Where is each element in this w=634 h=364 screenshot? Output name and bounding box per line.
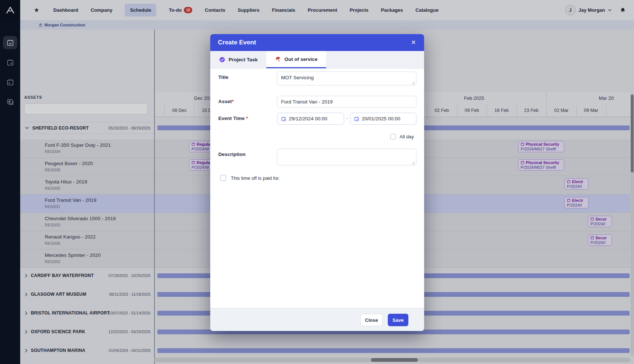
date-range-separator: -: [346, 115, 348, 121]
tab-project-task[interactable]: Project Task: [210, 51, 266, 68]
app-window: ★ Dashboard Company Schedule To-do 10 Co…: [0, 0, 634, 364]
tab-project-task-label: Project Task: [229, 57, 258, 62]
description-label: Description: [218, 152, 245, 157]
required-asterisk: *: [246, 116, 248, 121]
description-input[interactable]: [277, 149, 416, 165]
asset-field-label-text: Asset: [218, 99, 232, 104]
modal-tabs: Project Task Out of service: [210, 51, 424, 69]
required-asterisk: *: [232, 99, 234, 104]
title-field-label: Title: [218, 74, 229, 80]
modal-header: Create Event ✕: [210, 34, 424, 51]
tab-out-of-service-label: Out of service: [284, 57, 317, 62]
save-button[interactable]: Save: [388, 314, 408, 326]
paid-time-off-label: This time off is paid for.: [231, 175, 280, 181]
check-circle-icon: [219, 57, 225, 63]
event-time-label: Event Time *: [218, 116, 248, 121]
all-day-checkbox[interactable]: [390, 134, 396, 139]
calendar-icon: [281, 116, 286, 121]
end-date-value: 20/01/2025 00:00: [362, 116, 400, 121]
all-day-label: All day: [400, 134, 414, 139]
end-date-input[interactable]: 20/01/2025 00:00: [350, 113, 416, 125]
asset-input[interactable]: [277, 96, 416, 108]
close-button-label: Close: [365, 317, 378, 323]
tab-out-of-service[interactable]: Out of service: [266, 51, 326, 68]
create-event-modal: Create Event ✕ Project Task Out of servi…: [210, 34, 424, 331]
start-date-input[interactable]: 29/12/2024 00:00: [277, 113, 344, 125]
save-button-label: Save: [393, 317, 404, 323]
event-time-label-text: Event Time: [218, 116, 245, 121]
modal-footer: Close Save: [210, 308, 424, 331]
close-button[interactable]: Close: [360, 314, 383, 326]
umbrella-icon: [275, 56, 281, 62]
asset-field-label: Asset*: [218, 99, 234, 104]
close-icon[interactable]: ✕: [409, 39, 418, 47]
start-date-value: 29/12/2024 00:00: [289, 116, 327, 121]
calendar-icon: [354, 116, 359, 121]
paid-time-off-checkbox[interactable]: [220, 175, 226, 181]
title-input[interactable]: MOT Servicing: [277, 72, 416, 85]
modal-title: Create Event: [218, 39, 256, 46]
